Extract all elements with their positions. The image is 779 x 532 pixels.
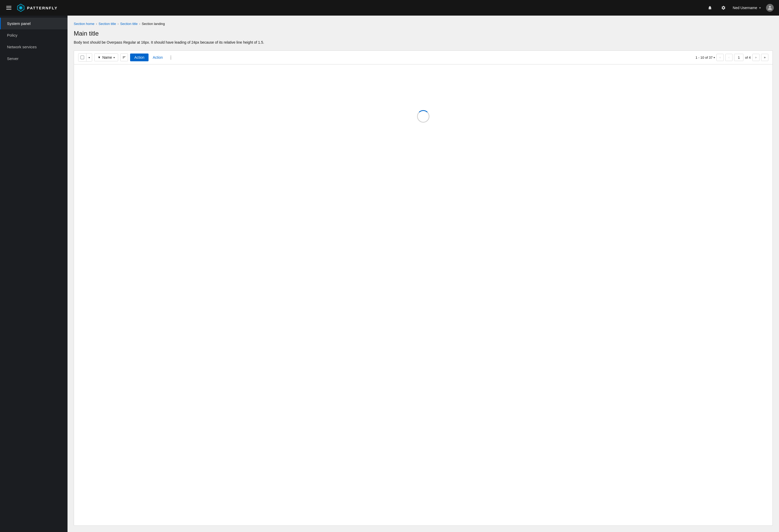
sidebar-item-label: Server — [7, 56, 18, 61]
topnav-actions: Ned Username ▾ — [706, 4, 774, 12]
toolbar-right: 1 - 10 of 37 ▾ « ‹ — [696, 54, 768, 61]
table-card: ▾ ▼ Name ▾ — [74, 50, 773, 526]
double-chevron-left-icon: « — [719, 56, 721, 59]
gear-icon — [721, 5, 726, 10]
checkbox-box[interactable] — [78, 54, 86, 61]
breadcrumb-sep-2: › — [118, 22, 119, 26]
toolbar-left: ▾ ▼ Name ▾ — [78, 53, 694, 62]
sidebar: System panel Policy Network services Ser… — [0, 15, 67, 532]
brand: PATTERNFLY — [17, 4, 58, 12]
page-body-text: Body text should be Overpass Regular at … — [74, 40, 773, 45]
breadcrumb-section-home[interactable]: Section home — [74, 22, 95, 26]
sidebar-item-label: Network services — [7, 45, 37, 49]
pagination-prev-button[interactable]: ‹ — [725, 54, 732, 61]
avatar[interactable] — [766, 4, 774, 12]
app-body: System panel Policy Network services Ser… — [0, 15, 779, 532]
action-primary-button[interactable]: Action — [130, 54, 148, 61]
toolbar: ▾ ▼ Name ▾ — [74, 51, 773, 64]
user-menu[interactable]: Ned Username ▾ — [733, 6, 761, 10]
pagination-range-text: 1 - 10 of 37 — [696, 56, 713, 59]
user-name: Ned Username — [733, 6, 757, 10]
page-title: Main title — [74, 30, 773, 37]
checkbox-caret[interactable]: ▾ — [86, 54, 92, 61]
pagination-last-button[interactable]: » — [761, 54, 768, 61]
sidebar-item-server[interactable]: Server — [0, 53, 67, 64]
user-icon — [768, 5, 772, 10]
chevron-left-icon: ‹ — [728, 56, 729, 59]
breadcrumb-current: Section landing — [142, 22, 165, 26]
chevron-right-icon: › — [756, 56, 757, 59]
sort-button[interactable] — [120, 54, 128, 61]
hamburger-button[interactable] — [5, 5, 12, 11]
pagination-of-text: of 4 — [745, 56, 751, 59]
sidebar-item-label: System panel — [7, 21, 31, 26]
action-link-button[interactable]: Action — [151, 54, 165, 61]
filter-icon: ▼ — [98, 56, 101, 59]
loading-area — [74, 64, 773, 168]
user-chevron-icon: ▾ — [759, 6, 761, 10]
brand-name: PATTERNFLY — [27, 6, 58, 10]
content-area: Section home › Section title › Section t… — [67, 15, 779, 532]
filter-caret-icon: ▾ — [114, 56, 115, 59]
breadcrumb: Section home › Section title › Section t… — [74, 22, 773, 26]
sidebar-item-system-panel[interactable]: System panel — [0, 18, 67, 29]
select-all-checkbox: ▾ — [78, 53, 92, 62]
filter-label: Name — [102, 55, 112, 59]
sidebar-item-network-services[interactable]: Network services — [0, 41, 67, 53]
sidebar-item-label: Policy — [7, 33, 17, 38]
checkbox-inner — [80, 56, 84, 59]
settings-button[interactable] — [719, 4, 728, 12]
pagination-page-input[interactable] — [734, 54, 743, 61]
breadcrumb-sep-3: › — [139, 22, 140, 26]
pagination-range: 1 - 10 of 37 ▾ — [696, 56, 715, 59]
kebab-icon: ⋮ — [169, 55, 173, 60]
sidebar-nav: System panel Policy Network services Ser… — [0, 15, 67, 64]
double-chevron-right-icon: » — [764, 56, 766, 59]
bell-icon — [708, 5, 712, 10]
main-content: Section home › Section title › Section t… — [67, 15, 779, 532]
breadcrumb-section-title-1[interactable]: Section title — [99, 22, 116, 26]
sidebar-item-policy[interactable]: Policy — [0, 29, 67, 41]
filter-button[interactable]: ▼ Name ▾ — [94, 54, 118, 61]
notifications-button[interactable] — [706, 4, 714, 12]
patternfly-logo-icon — [17, 4, 25, 12]
pagination-range-caret-icon[interactable]: ▾ — [714, 56, 715, 59]
breadcrumb-section-title-2[interactable]: Section title — [120, 22, 138, 26]
topnav: PATTERNFLY Ned Username ▾ — [0, 0, 779, 15]
pagination-next-button[interactable]: › — [752, 54, 760, 61]
kebab-menu-button[interactable]: ⋮ — [167, 54, 175, 61]
breadcrumb-sep-1: › — [96, 22, 97, 26]
pagination-first-button[interactable]: « — [716, 54, 724, 61]
chevron-down-icon: ▾ — [88, 56, 90, 59]
sort-icon — [122, 56, 126, 59]
loading-spinner — [417, 110, 429, 123]
